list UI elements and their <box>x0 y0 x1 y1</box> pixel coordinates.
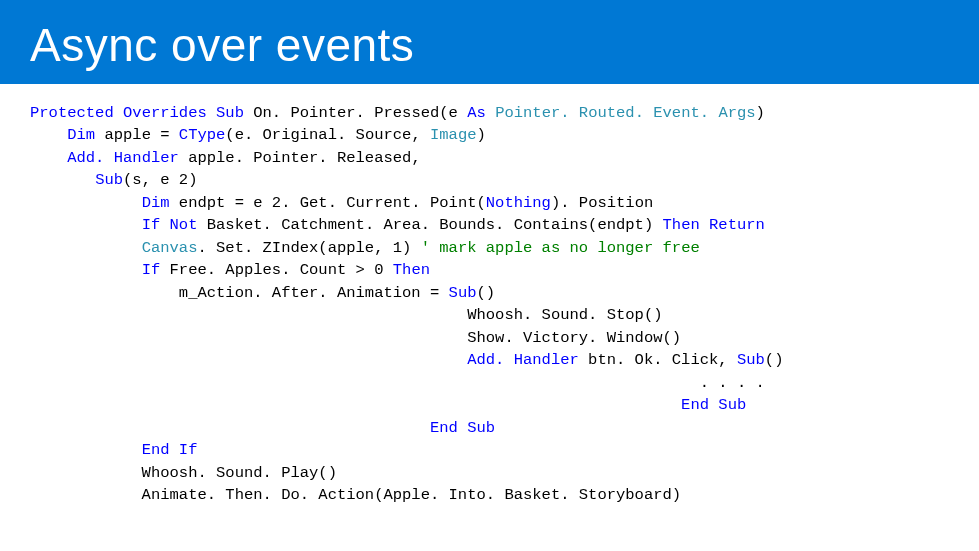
code-text: ) <box>477 126 486 144</box>
code-text <box>709 396 718 414</box>
kw-sub: Sub <box>216 104 244 122</box>
indent <box>30 239 142 257</box>
indent <box>30 126 67 144</box>
comment: ' mark apple as no longer free <box>421 239 700 257</box>
code-text: Whoosh. Sound. Play() <box>30 464 337 482</box>
indent <box>30 351 467 369</box>
kw-ctype: CType <box>179 126 226 144</box>
kw-sub: Sub <box>467 419 495 437</box>
code-block: Protected Overrides Sub On. Pointer. Pre… <box>0 84 979 506</box>
kw-addhandler: Add. Handler <box>467 351 579 369</box>
indent <box>30 171 95 189</box>
kw-end: End <box>430 419 458 437</box>
code-text <box>160 216 169 234</box>
kw-if: If <box>179 441 198 459</box>
indent <box>30 216 142 234</box>
code-text: endpt = e 2. Get. Current. Point( <box>170 194 486 212</box>
code-text: m_Action. After. Animation = <box>30 284 449 302</box>
code-text: btn. Ok. Click, <box>579 351 737 369</box>
kw-if: If <box>142 261 161 279</box>
kw-not: Not <box>170 216 198 234</box>
code-text: Whoosh. Sound. Stop() <box>30 306 663 324</box>
code-text: () <box>476 284 495 302</box>
kw-end: End <box>142 441 170 459</box>
code-text <box>458 419 467 437</box>
slide-title: Async over events <box>30 18 414 72</box>
kw-dim: Dim <box>67 126 95 144</box>
indent <box>30 441 142 459</box>
kw-dim: Dim <box>142 194 170 212</box>
kw-return: Return <box>709 216 765 234</box>
code-text <box>486 104 495 122</box>
type-pointerargs: Pointer. Routed. Event. Args <box>495 104 755 122</box>
kw-sub: Sub <box>95 171 123 189</box>
code-text: (s, e 2) <box>123 171 197 189</box>
kw-addhandler: Add. Handler <box>67 149 179 167</box>
type-canvas: Canvas <box>142 239 198 257</box>
kw-end: End <box>681 396 709 414</box>
indent <box>30 261 142 279</box>
code-text: ) <box>756 104 765 122</box>
kw-if: If <box>142 216 161 234</box>
kw-then: Then <box>663 216 700 234</box>
code-text <box>700 216 709 234</box>
code-text: (e. Original. Source, <box>225 126 430 144</box>
slide-header: Async over events <box>0 0 979 84</box>
indent <box>30 149 67 167</box>
code-text <box>170 441 179 459</box>
code-text: apple = <box>95 126 179 144</box>
kw-protected: Protected <box>30 104 114 122</box>
kw-nothing: Nothing <box>486 194 551 212</box>
code-text: ). Position <box>551 194 653 212</box>
kw-sub: Sub <box>449 284 477 302</box>
kw-as: As <box>467 104 486 122</box>
code-text: Free. Apples. Count > 0 <box>160 261 393 279</box>
code-text: . Set. ZIndex(apple, 1) <box>197 239 420 257</box>
kw-sub: Sub <box>737 351 765 369</box>
code-text: apple. Pointer. Released, <box>179 149 421 167</box>
code-text: () <box>765 351 784 369</box>
type-image: Image <box>430 126 477 144</box>
indent <box>30 194 142 212</box>
code-text: Basket. Catchment. Area. Bounds. Contain… <box>197 216 662 234</box>
code-text: On. Pointer. Pressed(e <box>244 104 467 122</box>
code-text: . . . . <box>30 374 765 392</box>
indent <box>30 396 681 414</box>
kw-overrides: Overrides <box>123 104 207 122</box>
kw-then: Then <box>393 261 430 279</box>
code-text: Animate. Then. Do. Action(Apple. Into. B… <box>30 486 681 504</box>
indent <box>30 419 430 437</box>
kw-sub: Sub <box>718 396 746 414</box>
code-text: Show. Victory. Window() <box>30 329 681 347</box>
